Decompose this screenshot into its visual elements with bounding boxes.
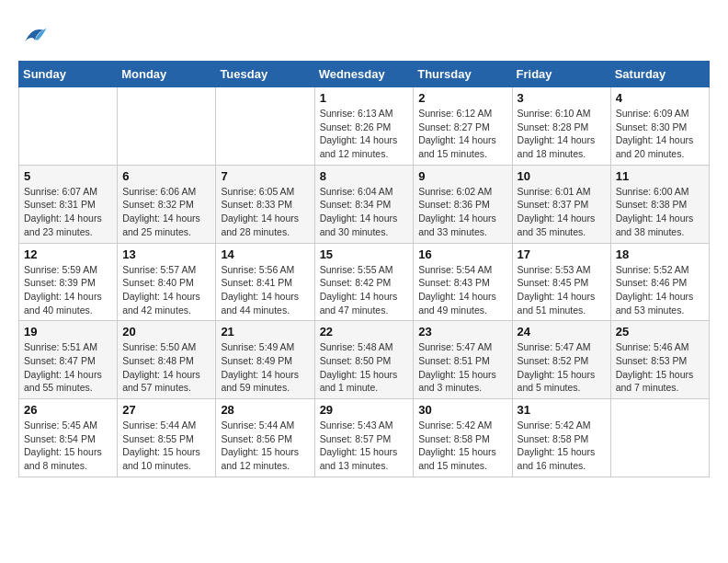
day-number: 27 xyxy=(122,403,210,417)
day-of-week-header: Saturday xyxy=(610,62,709,87)
day-info: Sunrise: 6:06 AMSunset: 8:32 PMDaylight:… xyxy=(122,185,210,239)
calendar-cell: 28Sunrise: 5:44 AMSunset: 8:56 PMDayligh… xyxy=(216,399,314,477)
day-info: Sunrise: 5:48 AMSunset: 8:50 PMDaylight:… xyxy=(320,340,409,395)
day-number: 26 xyxy=(24,403,112,417)
day-of-week-header: Monday xyxy=(118,62,216,87)
day-info: Sunrise: 5:46 AMSunset: 8:53 PMDaylight:… xyxy=(616,340,704,395)
calendar-cell: 18Sunrise: 5:52 AMSunset: 8:46 PMDayligh… xyxy=(610,243,709,321)
day-number: 21 xyxy=(221,325,309,339)
calendar-cell: 21Sunrise: 5:49 AMSunset: 8:49 PMDayligh… xyxy=(216,321,314,399)
day-number: 24 xyxy=(518,325,606,339)
day-number: 23 xyxy=(418,325,506,339)
day-number: 1 xyxy=(320,91,409,105)
calendar-cell: 17Sunrise: 5:53 AMSunset: 8:45 PMDayligh… xyxy=(512,243,610,321)
calendar-cell: 5Sunrise: 6:07 AMSunset: 8:31 PMDaylight… xyxy=(19,165,118,243)
day-info: Sunrise: 5:52 AMSunset: 8:46 PMDaylight:… xyxy=(616,263,704,317)
logo xyxy=(18,18,55,52)
calendar-week-row: 5Sunrise: 6:07 AMSunset: 8:31 PMDaylight… xyxy=(19,165,710,243)
calendar-header-row: SundayMondayTuesdayWednesdayThursdayFrid… xyxy=(19,62,710,87)
day-info: Sunrise: 6:00 AMSunset: 8:38 PMDaylight:… xyxy=(616,185,704,239)
calendar-cell xyxy=(216,87,314,166)
logo-icon xyxy=(18,18,51,52)
calendar-cell: 12Sunrise: 5:59 AMSunset: 8:39 PMDayligh… xyxy=(19,243,118,321)
day-number: 29 xyxy=(320,403,409,417)
day-info: Sunrise: 5:44 AMSunset: 8:55 PMDaylight:… xyxy=(122,419,210,473)
day-info: Sunrise: 6:10 AMSunset: 8:28 PMDaylight:… xyxy=(518,107,606,161)
day-info: Sunrise: 5:42 AMSunset: 8:58 PMDaylight:… xyxy=(418,419,506,473)
day-number: 18 xyxy=(616,247,704,261)
day-number: 17 xyxy=(518,247,606,261)
day-number: 10 xyxy=(518,169,606,183)
day-info: Sunrise: 5:50 AMSunset: 8:48 PMDaylight:… xyxy=(122,340,210,395)
day-info: Sunrise: 5:55 AMSunset: 8:42 PMDaylight:… xyxy=(320,263,409,317)
calendar-cell: 24Sunrise: 5:47 AMSunset: 8:52 PMDayligh… xyxy=(512,321,610,399)
calendar-cell: 1Sunrise: 6:13 AMSunset: 8:26 PMDaylight… xyxy=(314,87,414,166)
day-info: Sunrise: 6:04 AMSunset: 8:34 PMDaylight:… xyxy=(320,185,409,239)
calendar-week-row: 19Sunrise: 5:51 AMSunset: 8:47 PMDayligh… xyxy=(19,321,710,399)
calendar-cell: 27Sunrise: 5:44 AMSunset: 8:55 PMDayligh… xyxy=(118,399,216,477)
day-number: 14 xyxy=(221,247,309,261)
day-number: 25 xyxy=(616,325,704,339)
day-info: Sunrise: 5:56 AMSunset: 8:41 PMDaylight:… xyxy=(221,263,309,317)
day-info: Sunrise: 5:53 AMSunset: 8:45 PMDaylight:… xyxy=(518,263,606,317)
calendar-cell: 25Sunrise: 5:46 AMSunset: 8:53 PMDayligh… xyxy=(610,321,709,399)
calendar-cell: 20Sunrise: 5:50 AMSunset: 8:48 PMDayligh… xyxy=(118,321,216,399)
day-number: 16 xyxy=(418,247,506,261)
calendar-cell: 7Sunrise: 6:05 AMSunset: 8:33 PMDaylight… xyxy=(216,165,314,243)
day-info: Sunrise: 5:43 AMSunset: 8:57 PMDaylight:… xyxy=(320,419,409,473)
calendar-cell: 8Sunrise: 6:04 AMSunset: 8:34 PMDaylight… xyxy=(314,165,414,243)
day-of-week-header: Thursday xyxy=(414,62,512,87)
day-number: 6 xyxy=(122,169,210,183)
day-of-week-header: Friday xyxy=(512,62,610,87)
day-number: 12 xyxy=(24,247,112,261)
day-info: Sunrise: 6:07 AMSunset: 8:31 PMDaylight:… xyxy=(24,185,112,239)
calendar-cell: 26Sunrise: 5:45 AMSunset: 8:54 PMDayligh… xyxy=(19,399,118,477)
calendar-cell: 10Sunrise: 6:01 AMSunset: 8:37 PMDayligh… xyxy=(512,165,610,243)
calendar-table: SundayMondayTuesdayWednesdayThursdayFrid… xyxy=(18,61,710,477)
day-number: 5 xyxy=(24,169,112,183)
day-of-week-header: Sunday xyxy=(19,62,118,87)
calendar-cell: 11Sunrise: 6:00 AMSunset: 8:38 PMDayligh… xyxy=(610,165,709,243)
day-number: 8 xyxy=(320,169,409,183)
calendar-week-row: 1Sunrise: 6:13 AMSunset: 8:26 PMDaylight… xyxy=(19,87,710,166)
day-number: 28 xyxy=(221,403,309,417)
calendar-cell: 23Sunrise: 5:47 AMSunset: 8:51 PMDayligh… xyxy=(414,321,512,399)
calendar-cell: 6Sunrise: 6:06 AMSunset: 8:32 PMDaylight… xyxy=(118,165,216,243)
day-info: Sunrise: 5:47 AMSunset: 8:51 PMDaylight:… xyxy=(418,340,506,395)
day-number: 13 xyxy=(122,247,210,261)
day-number: 3 xyxy=(518,91,606,105)
calendar-cell: 31Sunrise: 5:42 AMSunset: 8:58 PMDayligh… xyxy=(512,399,610,477)
calendar-week-row: 12Sunrise: 5:59 AMSunset: 8:39 PMDayligh… xyxy=(19,243,710,321)
page-header xyxy=(18,18,710,52)
day-info: Sunrise: 5:49 AMSunset: 8:49 PMDaylight:… xyxy=(221,340,309,395)
day-number: 15 xyxy=(320,247,409,261)
calendar-cell: 30Sunrise: 5:42 AMSunset: 8:58 PMDayligh… xyxy=(414,399,512,477)
day-of-week-header: Wednesday xyxy=(314,62,414,87)
day-number: 30 xyxy=(418,403,506,417)
day-number: 11 xyxy=(616,169,704,183)
day-number: 19 xyxy=(24,325,112,339)
calendar-cell: 15Sunrise: 5:55 AMSunset: 8:42 PMDayligh… xyxy=(314,243,414,321)
day-info: Sunrise: 6:13 AMSunset: 8:26 PMDaylight:… xyxy=(320,107,409,161)
day-number: 22 xyxy=(320,325,409,339)
day-info: Sunrise: 5:51 AMSunset: 8:47 PMDaylight:… xyxy=(24,340,112,395)
day-info: Sunrise: 5:45 AMSunset: 8:54 PMDaylight:… xyxy=(24,419,112,473)
calendar-cell: 19Sunrise: 5:51 AMSunset: 8:47 PMDayligh… xyxy=(19,321,118,399)
day-number: 7 xyxy=(221,169,309,183)
calendar-cell: 13Sunrise: 5:57 AMSunset: 8:40 PMDayligh… xyxy=(118,243,216,321)
calendar-cell: 2Sunrise: 6:12 AMSunset: 8:27 PMDaylight… xyxy=(414,87,512,166)
day-number: 20 xyxy=(122,325,210,339)
day-info: Sunrise: 6:12 AMSunset: 8:27 PMDaylight:… xyxy=(418,107,506,161)
calendar-cell: 4Sunrise: 6:09 AMSunset: 8:30 PMDaylight… xyxy=(610,87,709,166)
calendar-cell: 22Sunrise: 5:48 AMSunset: 8:50 PMDayligh… xyxy=(314,321,414,399)
day-info: Sunrise: 6:09 AMSunset: 8:30 PMDaylight:… xyxy=(616,107,704,161)
day-info: Sunrise: 6:01 AMSunset: 8:37 PMDaylight:… xyxy=(518,185,606,239)
day-info: Sunrise: 6:05 AMSunset: 8:33 PMDaylight:… xyxy=(221,185,309,239)
day-of-week-header: Tuesday xyxy=(216,62,314,87)
day-info: Sunrise: 5:57 AMSunset: 8:40 PMDaylight:… xyxy=(122,263,210,317)
calendar-cell xyxy=(610,399,709,477)
day-info: Sunrise: 6:02 AMSunset: 8:36 PMDaylight:… xyxy=(418,185,506,239)
day-info: Sunrise: 5:54 AMSunset: 8:43 PMDaylight:… xyxy=(418,263,506,317)
day-number: 4 xyxy=(616,91,704,105)
day-info: Sunrise: 5:42 AMSunset: 8:58 PMDaylight:… xyxy=(518,419,606,473)
